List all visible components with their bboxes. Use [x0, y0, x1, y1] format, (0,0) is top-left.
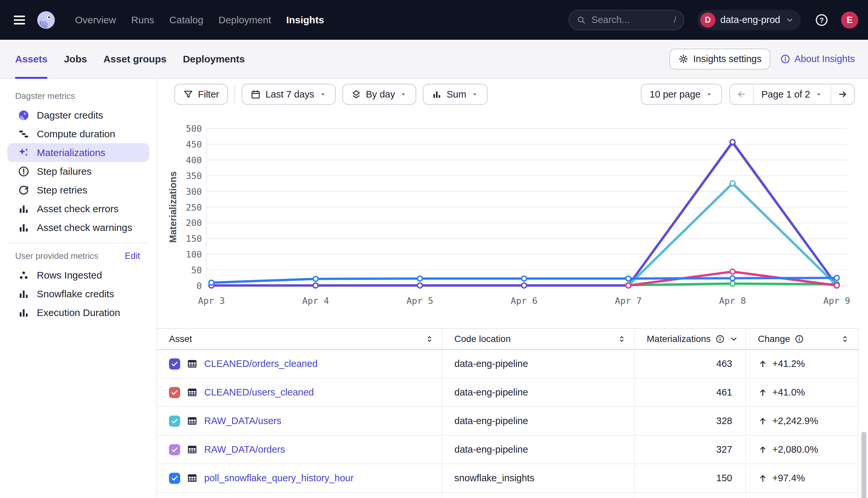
code-location-cell: data-eng-pipeline: [443, 350, 635, 378]
per-page-button[interactable]: 10 per page: [641, 84, 722, 105]
gear-icon: [678, 54, 689, 64]
column-header-materializations[interactable]: Materializations: [635, 329, 746, 349]
sidebar-item-label: Execution Duration: [37, 307, 120, 318]
sidebar-item-rows-ingested[interactable]: Rows Ingested: [7, 266, 149, 285]
column-header-asset[interactable]: Asset: [157, 329, 443, 349]
sidebar-item-asset-check-errors[interactable]: Asset check errors: [7, 199, 149, 218]
change-value: +2,242.9%: [772, 416, 818, 427]
filter-button[interactable]: Filter: [174, 84, 228, 105]
calendar-icon: [251, 89, 261, 100]
caret-down-icon: [705, 90, 713, 98]
prev-page-button[interactable]: [730, 84, 754, 104]
asset-cell: RAW_DATA/orders: [157, 436, 443, 463]
row-checkbox[interactable]: [169, 444, 180, 455]
bar-chart-icon: [18, 288, 29, 300]
arrow-left-icon: [736, 89, 747, 100]
nav-link-insights[interactable]: Insights: [286, 14, 324, 26]
nav-link-runs[interactable]: Runs: [131, 14, 154, 26]
chevron-down-icon: [729, 335, 739, 344]
sidebar-item-label: Asset check warnings: [37, 222, 132, 233]
sidebar-item-execution-duration[interactable]: Execution Duration: [7, 303, 149, 322]
page-indicator[interactable]: Page 1 of 2: [754, 84, 830, 104]
aggregation-button[interactable]: Sum: [423, 84, 488, 105]
asset-link[interactable]: RAW_DATA/orders: [204, 444, 285, 455]
change-value: +41.2%: [772, 358, 805, 369]
caret-down-icon: [319, 90, 327, 98]
nav-link-overview[interactable]: Overview: [75, 14, 116, 26]
table-row: RAW_DATA/ordersdata-eng-pipeline327+2,08…: [157, 436, 859, 464]
sidebar-item-step-failures[interactable]: Step failures: [7, 162, 149, 181]
column-header-change[interactable]: Change: [746, 329, 858, 349]
metrics-sidebar: Dagster metrics Dagster creditsCompute d…: [0, 79, 157, 498]
tab-jobs[interactable]: Jobs: [64, 40, 87, 78]
row-checkbox[interactable]: [169, 416, 180, 427]
caret-down-icon: [471, 90, 479, 98]
sidebar-item-label: Compute duration: [37, 129, 115, 140]
row-checkbox[interactable]: [169, 473, 180, 484]
next-page-button[interactable]: [830, 84, 854, 104]
about-insights-link[interactable]: About Insights: [780, 54, 855, 64]
row-checkbox[interactable]: [169, 387, 180, 398]
materializations-value: 463: [635, 350, 746, 378]
code-location-cell: data-eng-pipeline: [443, 378, 635, 406]
retry-icon: [18, 184, 29, 196]
sidebar-item-asset-check-warnings[interactable]: Asset check warnings: [7, 218, 149, 237]
asset-cell: CLEANED/users_cleaned: [157, 378, 443, 406]
tab-assets[interactable]: Assets: [15, 40, 47, 78]
sidebar-item-materializations[interactable]: Materializations: [7, 143, 149, 162]
sidebar-section-title-user-metrics: User provided metrics: [15, 251, 98, 261]
asset-link[interactable]: CLEANED/users_cleaned: [204, 387, 314, 398]
sidebar-item-compute-duration[interactable]: Compute duration: [7, 124, 149, 143]
sidebar-item-label: Step failures: [37, 166, 92, 177]
top-nav: OverviewRunsCatalogDeploymentInsights Se…: [0, 0, 868, 40]
search-icon: [576, 15, 586, 25]
code-location-cell: snowflake_insights: [443, 464, 635, 492]
svg-text:Apr 5: Apr 5: [406, 296, 433, 306]
arrow-up-icon: [758, 445, 768, 455]
user-avatar[interactable]: E: [841, 12, 858, 29]
org-switcher[interactable]: D data-eng-prod: [697, 10, 801, 30]
tab-deployments[interactable]: Deployments: [183, 40, 245, 78]
tabs-row: AssetsJobsAsset groupsDeployments Insigh…: [0, 40, 868, 79]
sort-icon: [840, 335, 850, 344]
bar-chart-icon: [18, 222, 29, 234]
hamburger-menu-icon[interactable]: [12, 12, 27, 28]
sort-icon: [425, 335, 434, 344]
insights-settings-button[interactable]: Insights settings: [669, 49, 770, 70]
search-placeholder: Search...: [591, 14, 630, 25]
arrow-up-icon: [758, 388, 768, 397]
date-range-button[interactable]: Last 7 days: [242, 84, 335, 105]
sidebar-item-label: Rows Ingested: [37, 270, 102, 281]
asset-link[interactable]: RAW_DATA/users: [204, 416, 281, 427]
column-header-code-location[interactable]: Code location: [443, 329, 635, 349]
tab-asset-groups[interactable]: Asset groups: [103, 40, 166, 78]
asset-cell: CLEANED/orders_cleaned: [157, 350, 443, 378]
group-by-button[interactable]: By day: [342, 84, 417, 105]
dagster-logo-icon: [36, 10, 56, 30]
column-header-label: Code location: [455, 334, 511, 344]
sidebar-item-dagster-credits[interactable]: Dagster credits: [7, 106, 149, 124]
insights-settings-label: Insights settings: [693, 54, 762, 64]
asset-cell: CLEANED/locations_cleaned: [157, 493, 443, 498]
sidebar-item-snowflake-credits[interactable]: Snowflake credits: [7, 285, 149, 303]
svg-text:400: 400: [186, 155, 202, 165]
edit-user-metrics-link[interactable]: Edit: [125, 251, 140, 261]
svg-text:Apr 3: Apr 3: [198, 296, 225, 306]
asset-link[interactable]: CLEANED/orders_cleaned: [204, 358, 318, 369]
asset-link[interactable]: poll_snowflake_query_history_hour: [204, 473, 354, 484]
sidebar-item-label: Asset check errors: [37, 204, 118, 214]
svg-text:Apr 8: Apr 8: [719, 296, 746, 306]
per-page-label: 10 per page: [650, 89, 701, 100]
sidebar-item-step-retries[interactable]: Step retries: [7, 181, 149, 199]
row-checkbox[interactable]: [169, 358, 180, 369]
chart-toolbar: Filter Last 7 days By day Sum 10 per pag: [174, 84, 855, 105]
sort-icon: [617, 335, 626, 344]
arrow-up-icon: [758, 416, 768, 426]
global-search-input[interactable]: Search... /: [569, 10, 684, 30]
table-grid-icon: [187, 444, 197, 455]
org-avatar: D: [700, 12, 715, 28]
nav-link-catalog[interactable]: Catalog: [169, 14, 203, 26]
nav-link-deployment[interactable]: Deployment: [218, 14, 271, 26]
help-icon[interactable]: ?: [815, 13, 829, 27]
page-scrollbar-thumb[interactable]: [861, 432, 866, 498]
